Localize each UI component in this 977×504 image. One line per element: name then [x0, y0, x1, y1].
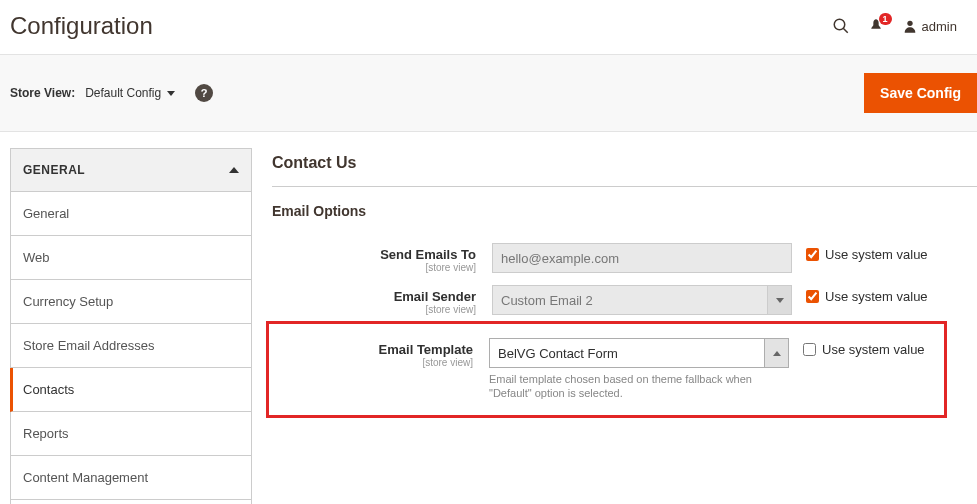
sidebar-item-new-relic-reporting[interactable]: New Relic Reporting [10, 500, 252, 504]
search-icon[interactable] [832, 17, 850, 35]
use-system-label: Use system value [825, 247, 928, 262]
page-title: Configuration [10, 12, 153, 40]
notification-icon[interactable]: 1 [868, 18, 884, 34]
sidebar-item-label: Reports [23, 426, 69, 441]
sidebar: GENERAL General Web Currency Setup Store… [10, 148, 252, 504]
sidebar-item-general[interactable]: General [10, 192, 252, 236]
sidebar-item-content-management[interactable]: Content Management [10, 456, 252, 500]
send-emails-to-input [492, 243, 792, 273]
store-view-value: Default Config [85, 86, 161, 100]
field-scope: [store view] [272, 262, 476, 273]
toolbar: Store View: Default Config ? Save Config [0, 55, 977, 132]
field-label: Email Template [379, 342, 473, 357]
sidebar-item-store-email-addresses[interactable]: Store Email Addresses [10, 324, 252, 368]
main-content: Contact Us Email Options Send Emails To … [272, 148, 977, 504]
admin-username: admin [922, 19, 957, 34]
sidebar-item-label: General [23, 206, 69, 221]
section-title: Contact Us [272, 148, 977, 187]
field-label: Email Sender [394, 289, 476, 304]
svg-point-2 [907, 21, 912, 26]
caret-up-icon [773, 351, 781, 356]
chevron-up-icon [229, 167, 239, 173]
user-icon [902, 18, 918, 34]
sidebar-item-web[interactable]: Web [10, 236, 252, 280]
sidebar-item-label: Contacts [23, 382, 74, 397]
row-email-sender: Email Sender [store view] Custom Email 2… [272, 279, 977, 321]
use-system-label: Use system value [825, 289, 928, 304]
field-hint: Email template chosen based on theme fal… [489, 372, 789, 401]
field-scope: [store view] [272, 304, 476, 315]
sidebar-group-label: GENERAL [23, 163, 85, 177]
row-email-template: Email Template [store view] BelVG Contac… [269, 332, 944, 407]
sidebar-group-general[interactable]: GENERAL [10, 148, 252, 192]
admin-account[interactable]: admin [902, 18, 957, 34]
select-value: Custom Email 2 [501, 293, 593, 308]
subsection-title: Email Options [272, 203, 977, 219]
sidebar-item-label: Web [23, 250, 50, 265]
sidebar-item-label: Content Management [23, 470, 148, 485]
store-view-select[interactable]: Default Config [85, 86, 175, 100]
use-system-checkbox[interactable] [803, 343, 816, 356]
email-sender-select: Custom Email 2 [492, 285, 792, 315]
use-system-value-sender[interactable]: Use system value [792, 285, 928, 304]
use-system-checkbox[interactable] [806, 248, 819, 261]
sidebar-item-label: Store Email Addresses [23, 338, 155, 353]
email-template-select[interactable]: BelVG Contact Form [489, 338, 789, 368]
field-label: Send Emails To [380, 247, 476, 262]
notification-badge: 1 [879, 13, 892, 25]
svg-line-1 [843, 28, 848, 33]
use-system-value-template[interactable]: Use system value [789, 338, 925, 357]
caret-down-icon [776, 298, 784, 303]
use-system-checkbox[interactable] [806, 290, 819, 303]
sidebar-item-label: Currency Setup [23, 294, 113, 309]
use-system-label: Use system value [822, 342, 925, 357]
row-send-emails-to: Send Emails To [store view] Use system v… [272, 237, 977, 279]
field-scope: [store view] [269, 357, 473, 368]
use-system-value-send-to[interactable]: Use system value [792, 243, 928, 262]
sidebar-item-reports[interactable]: Reports [10, 412, 252, 456]
svg-point-0 [834, 19, 845, 30]
caret-down-icon [167, 91, 175, 96]
sidebar-item-contacts[interactable]: Contacts [10, 368, 252, 412]
sidebar-item-currency-setup[interactable]: Currency Setup [10, 280, 252, 324]
select-value: BelVG Contact Form [498, 346, 618, 361]
store-view-label: Store View: [10, 86, 75, 100]
help-icon[interactable]: ? [195, 84, 213, 102]
save-config-button[interactable]: Save Config [864, 73, 977, 113]
highlight-box: Email Template [store view] BelVG Contac… [266, 321, 947, 418]
page-header: Configuration 1 admin [0, 0, 977, 55]
